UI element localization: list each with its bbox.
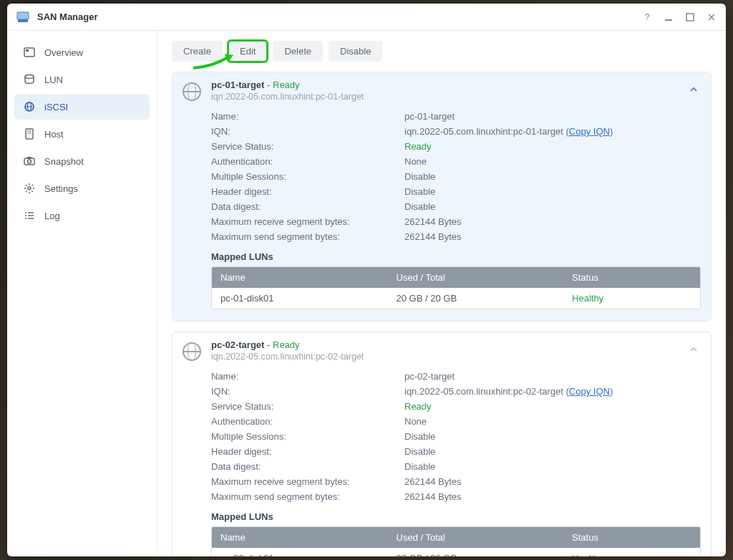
create-button[interactable]: Create	[172, 41, 223, 62]
label-service-status: Service Status:	[211, 401, 404, 412]
target-header-text: pc-01-target - Ready iqn.2022-05.com.lin…	[211, 79, 689, 102]
dash: -	[267, 79, 273, 90]
lun-used: 20 GB / 20 GB	[388, 548, 564, 556]
sidebar-label: Snapshot	[44, 156, 84, 167]
col-used: Used / Total	[388, 527, 564, 548]
maximize-icon[interactable]	[684, 11, 696, 23]
target-iqn: iqn.2022-05.com.linuxhint:pc-01-target	[211, 92, 689, 102]
target-details: Name:pc-01-target IQN:iqn.2022-05.com.li…	[173, 106, 711, 321]
window-controls: ?	[641, 11, 717, 23]
val-auth: None	[404, 416, 701, 427]
label-iqn: IQN:	[211, 386, 404, 397]
sidebar-label: Log	[44, 211, 60, 221]
snapshot-icon	[23, 155, 36, 168]
col-name: Name	[212, 527, 388, 548]
val-name: pc-02-target	[404, 371, 701, 382]
val-multi: Disable	[404, 431, 701, 442]
minimize-icon[interactable]	[663, 11, 674, 23]
lun-table: Name Used / Total Status pc-01-disk01 20…	[211, 266, 701, 309]
sidebar-item-log[interactable]: Log	[14, 203, 150, 228]
val-name: pc-01-target	[404, 111, 701, 122]
lun-table: Name Used / Total Status pc-02-disk01 20…	[211, 526, 701, 556]
sidebar-item-host[interactable]: Host	[14, 121, 150, 147]
mapped-luns-title: Mapped LUNs	[211, 511, 701, 522]
target-iqn: iqn.2022-05.com.linuxhint:pc-02-target	[211, 352, 689, 362]
label-multi: Multiple Sessions:	[211, 431, 404, 442]
label-auth: Authentication:	[211, 156, 404, 167]
sidebar-item-snapshot[interactable]: Snapshot	[14, 148, 150, 174]
sidebar-label: Overview	[44, 47, 83, 58]
lun-name: pc-01-disk01	[212, 288, 388, 309]
copy-iqn-link[interactable]: Copy IQN	[569, 126, 610, 137]
label-data-digest: Data digest:	[211, 201, 404, 212]
globe-icon	[183, 342, 201, 361]
svg-point-17	[28, 160, 31, 163]
val-multi: Disable	[404, 171, 701, 182]
toolbar: Create Edit Delete Disable	[172, 41, 712, 62]
label-service-status: Service Status:	[211, 141, 404, 152]
svg-rect-7	[24, 48, 34, 57]
target-status: Ready	[273, 79, 300, 90]
sidebar-label: LUN	[44, 74, 63, 85]
lun-row[interactable]: pc-02-disk01 20 GB / 20 GB Healthy	[212, 548, 700, 556]
dash: -	[267, 339, 273, 350]
sidebar-item-lun[interactable]: LUN	[14, 67, 150, 92]
svg-rect-18	[27, 157, 31, 159]
disable-button[interactable]: Disable	[329, 41, 382, 62]
val-header-digest: Disable	[404, 186, 701, 197]
target-name: pc-01-target	[211, 79, 264, 90]
col-status: Status	[563, 527, 700, 548]
lun-row[interactable]: pc-01-disk01 20 GB / 20 GB Healthy	[212, 288, 700, 309]
target-name: pc-02-target	[211, 339, 264, 350]
lun-used: 20 GB / 20 GB	[388, 288, 564, 309]
sidebar-label: iSCSI	[44, 102, 68, 112]
svg-point-9	[25, 75, 34, 79]
app-body: Overview LUN iSCSI Host Snapshot Setting…	[7, 31, 726, 556]
overview-icon	[23, 46, 36, 59]
target-header-text: pc-02-target - Ready iqn.2022-05.com.lin…	[211, 339, 689, 362]
val-service-status: Ready	[404, 141, 701, 152]
sidebar-item-iscsi[interactable]: iSCSI	[14, 94, 150, 120]
label-max-send: Maximum send segment bytes:	[211, 231, 404, 242]
label-max-send: Maximum send segment bytes:	[211, 491, 404, 502]
val-iqn: iqn.2022-05.com.linuxhint:pc-02-target (…	[404, 386, 701, 397]
target-header[interactable]: pc-02-target - Ready iqn.2022-05.com.lin…	[173, 332, 711, 366]
label-name: Name:	[211, 111, 404, 122]
svg-point-19	[28, 187, 31, 190]
val-max-send: 262144 Bytes	[404, 491, 701, 502]
val-data-digest: Disable	[404, 201, 701, 212]
svg-rect-13	[26, 129, 33, 139]
globe-icon	[183, 82, 201, 101]
close-icon[interactable]	[706, 11, 717, 23]
target-status: Ready	[273, 339, 300, 350]
col-used: Used / Total	[388, 267, 564, 288]
copy-iqn-link[interactable]: Copy IQN	[569, 386, 610, 397]
edit-button[interactable]: Edit	[228, 41, 267, 62]
app-icon	[16, 10, 30, 24]
chevron-up-icon[interactable]	[689, 85, 699, 96]
label-header-digest: Header digest:	[211, 446, 404, 457]
label-multi: Multiple Sessions:	[211, 171, 404, 182]
val-max-recv: 262144 Bytes	[404, 216, 701, 227]
target-card: pc-02-target - Ready iqn.2022-05.com.lin…	[172, 332, 712, 556]
svg-rect-1	[18, 19, 28, 22]
lun-table-head: Name Used / Total Status	[212, 267, 700, 288]
label-header-digest: Header digest:	[211, 186, 404, 197]
val-header-digest: Disable	[404, 446, 701, 457]
chevron-up-icon[interactable]	[689, 345, 699, 356]
svg-rect-4	[686, 14, 694, 21]
app-window: SAN Manager ? Overview LUN iSCSI H	[7, 4, 726, 556]
val-max-send: 262144 Bytes	[404, 231, 701, 242]
svg-rect-0	[17, 12, 29, 19]
delete-button[interactable]: Delete	[273, 41, 323, 62]
label-auth: Authentication:	[211, 416, 404, 427]
val-data-digest: Disable	[404, 461, 701, 472]
log-icon	[23, 209, 36, 222]
val-auth: None	[404, 156, 701, 167]
help-icon[interactable]: ?	[641, 11, 653, 23]
sidebar-item-overview[interactable]: Overview	[14, 39, 150, 65]
sidebar-item-settings[interactable]: Settings	[14, 175, 150, 201]
target-header[interactable]: pc-01-target - Ready iqn.2022-05.com.lin…	[173, 72, 711, 106]
label-max-recv: Maximum receive segment bytes:	[211, 216, 404, 227]
sidebar-label: Settings	[44, 183, 78, 194]
